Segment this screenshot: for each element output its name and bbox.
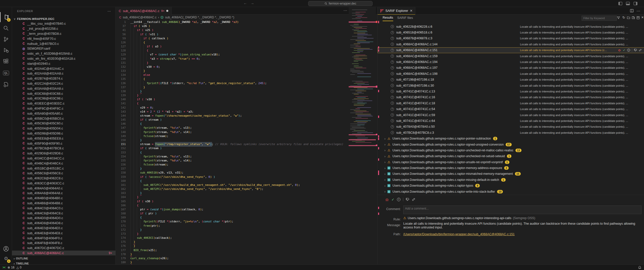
code-line[interactable]: 131} xyxy=(116,61,377,65)
bug-icon[interactable] xyxy=(385,198,389,201)
question-state-icon[interactable]: ? xyxy=(391,43,394,46)
file-tree-item[interactable]: Csub_405D98@405D98.c xyxy=(12,131,116,136)
close-icon[interactable]: ✕ xyxy=(410,9,413,13)
code-line[interactable]: 166{ xyxy=(116,204,377,208)
code-line[interactable]: 172} xyxy=(116,228,377,232)
file-tree-item[interactable]: Cnftl_free@405F70.c xyxy=(12,36,116,41)
remote-indicator-icon[interactable]: ˃˂ xyxy=(3,266,5,269)
file-tree-item[interactable]: Csub_4068AC@4068AC.c9+ xyxy=(12,251,116,256)
code-line[interactable]: 155fprintf(stream, "%d\n", v14); xyxy=(116,159,377,163)
code-line[interactable]: 169{ xyxy=(116,216,377,220)
code-line[interactable]: 126{ xyxy=(116,41,377,45)
file-tree-item[interactable]: Csub_402B74@402B74.c xyxy=(12,76,116,81)
code-line[interactable]: 135{ xyxy=(116,77,377,81)
file-tree-item[interactable]: Csub_405EE8@405EE8.c xyxy=(12,136,116,141)
rule-group-row[interactable]: ›Users.raptor.Downloads.github.semgrep-r… xyxy=(378,189,644,194)
code-line[interactable]: 140if ( !v30 ) xyxy=(116,97,377,102)
code-line[interactable]: 156fclose(stream); xyxy=(116,163,377,167)
file-tree-item[interactable]: Csub_4064F0@4064F0.c xyxy=(12,235,116,241)
code-line[interactable]: 41if ( v25 ) xyxy=(116,28,377,32)
result-row[interactable]: ?sub_407198@407198.c:30Locate all calls … xyxy=(378,83,644,88)
file-tree-item[interactable]: Csub_4034CC@4034CC.c xyxy=(12,156,116,161)
code-line[interactable]: 170fprintf((FILE *)stderr, "js=%s\n", (c… xyxy=(116,220,377,224)
code-line[interactable]: 1__int64 __fastcall sub_4068AC(_DWORD *a… xyxy=(116,20,377,24)
rule-group-row[interactable]: ›⚠Users.raptor.Downloads.github.semgrep-… xyxy=(378,159,644,165)
question-state-icon[interactable]: ? xyxy=(391,72,394,75)
bell-icon[interactable] xyxy=(638,266,641,269)
result-row[interactable]: ?sub_407198@407198.c:18Locate all calls … xyxy=(378,77,644,83)
result-row-actions[interactable]: ✓? xyxy=(618,48,642,52)
result-row[interactable]: ?sub_4068AC@4068AC.c:197Locate all calls… xyxy=(378,65,644,71)
question-state-icon[interactable]: ? xyxy=(391,108,394,111)
result-row[interactable]: ?sub_4068AC@4068AC.c:144Locate all calls… xyxy=(378,41,644,47)
code-line[interactable]: 164} xyxy=(116,195,377,199)
code-line[interactable]: 139} xyxy=(116,93,377,97)
comment-input[interactable] xyxy=(403,206,641,214)
file-tree-item[interactable]: Csub_407BC8@407BC8.c xyxy=(12,146,116,151)
copy-link-icon[interactable] xyxy=(639,49,642,52)
file-tree-item[interactable]: Csub_4064A0@4064A0.c xyxy=(12,186,116,191)
code-line[interactable]: 56if ( !v31 ) xyxy=(116,32,377,37)
timeline-section-header[interactable]: › TIMELINE xyxy=(14,261,114,264)
code-line[interactable]: 154fprintf(stream, "%s\n", v13); xyxy=(116,155,377,159)
filter-input[interactable] xyxy=(582,16,617,21)
activity-sarif-explorer-icon[interactable] xyxy=(0,80,12,90)
code-line[interactable]: 173} xyxy=(116,232,377,236)
code-line[interactable]: 163} xyxy=(116,191,377,195)
modified-dot-icon[interactable] xyxy=(166,10,168,12)
code-line[interactable]: 148fprintf(stream, "%d\n", v14); xyxy=(116,130,377,134)
rule-group-row[interactable]: ›⚠Users.raptor.Downloads.github.semgrep-… xyxy=(378,147,644,153)
file-tree-item[interactable]: C_init_proc@402258.c xyxy=(12,26,116,31)
file-tree-item[interactable]: Csub_405D04@405D04.c xyxy=(12,126,116,131)
file-tree-item[interactable]: Csub_4064B8@4064B8.c xyxy=(12,201,116,206)
result-row[interactable]: ?sub_4068AC@4068AC.c:198Locate all calls… xyxy=(378,71,644,77)
file-tree-item[interactable]: Csub_4062C8@4062C8.c xyxy=(12,176,116,181)
result-row[interactable]: ?sub_4068AC@4068AC.c:159Locate all calls… xyxy=(378,53,644,59)
file-tree-item[interactable]: Csub_403C98@403C98.c xyxy=(12,96,116,101)
minimap[interactable] xyxy=(349,7,376,251)
file-tree-item[interactable]: Csstic_eh_fini_402E00@402A18.c xyxy=(12,56,116,61)
code-line[interactable]: 177BIO_free(v25); xyxy=(116,248,377,252)
check-icon[interactable]: ✓ xyxy=(391,197,394,201)
filter-funnel-icon[interactable] xyxy=(617,16,620,19)
activity-settings-gear-icon[interactable]: ⚙ 1 xyxy=(0,253,12,263)
file-tree-item[interactable]: C_term_proc@407BD8.c xyxy=(12,31,116,36)
customize-layout-icon[interactable] xyxy=(633,2,637,6)
tab-results[interactable]: Results xyxy=(383,15,393,21)
file-tree-item[interactable]: Csub_4056C8@4056C8.c xyxy=(12,171,116,176)
file-tree-item[interactable]: Csub_405BC0@405BC0.c xyxy=(12,116,116,121)
code-line[interactable]: 179curl_easy_cleanup(v26); xyxy=(116,256,377,260)
activity-run-debug-icon[interactable] xyxy=(0,45,12,55)
result-row[interactable]: ?sub_40741C@40741C.c:16Locate all calls … xyxy=(378,94,644,100)
rule-group-row[interactable]: ›⚠Users.raptor.Downloads.github.semgrep-… xyxy=(378,153,644,159)
code-line[interactable]: 136fprintf((FILE *)stderr, "%s:%d ?\n", … xyxy=(116,81,377,85)
nav-forward-icon[interactable]: → xyxy=(251,1,254,5)
activity-extensions-icon[interactable] xyxy=(0,56,12,66)
copy-link-icon[interactable] xyxy=(412,198,415,201)
code-line[interactable]: 127if ( a3 ) xyxy=(116,45,377,49)
file-tree-item[interactable]: Csub_402AA8@402AA8.c xyxy=(12,71,116,76)
editor-actions-more-icon[interactable]: ⋯ xyxy=(343,8,347,13)
code-line[interactable]: 141{ xyxy=(116,102,377,106)
question-state-icon[interactable]: ? xyxy=(391,54,394,58)
code-line[interactable]: 144stream = fopen("/share/neoagent/cache… xyxy=(116,114,377,118)
result-row[interactable]: ?sub_40741C@40741C.c:18Locate all calls … xyxy=(378,100,644,106)
code-line[interactable]: 150} xyxy=(116,138,377,142)
breadcrumb-symbol[interactable]: sub_4068AC(_DWORD *, _DWORD *, _DWORD *) xyxy=(165,16,234,19)
code-line[interactable]: 132v30 = 0; xyxy=(116,65,377,69)
file-tree-item[interactable]: Csub_404F8C@404F8C.c xyxy=(12,106,116,111)
close-filter-icon[interactable]: ✕ xyxy=(641,16,644,19)
question-state-icon[interactable]: ? xyxy=(391,113,394,117)
rule-group-row[interactable]: ›⚠Users.raptor.Downloads.github.semgrep-… xyxy=(378,136,644,141)
code-line[interactable]: 146{ xyxy=(116,122,377,126)
file-tree-item[interactable]: Cstart@402940.c xyxy=(12,61,116,66)
toggle-sidebar-icon[interactable] xyxy=(618,2,622,6)
code-line[interactable]: 162sub_4072FC("/usr/sbin/dha_send_fsync"… xyxy=(116,187,377,191)
file-tree-item[interactable]: Csub_405A80@405A80.c xyxy=(12,111,116,116)
code-line[interactable]: 128{ xyxy=(116,49,377,53)
question-state-icon[interactable]: ? xyxy=(391,31,394,34)
question-state-icon[interactable]: ? xyxy=(391,90,394,93)
rule-group-row[interactable]: ›Users.raptor.Downloads.github.semgrep-r… xyxy=(378,177,644,183)
result-row[interactable]: ?sub_406228@406228.c:6Locate all calls t… xyxy=(378,24,644,29)
more-actions-icon[interactable]: ⋯ xyxy=(636,9,640,13)
